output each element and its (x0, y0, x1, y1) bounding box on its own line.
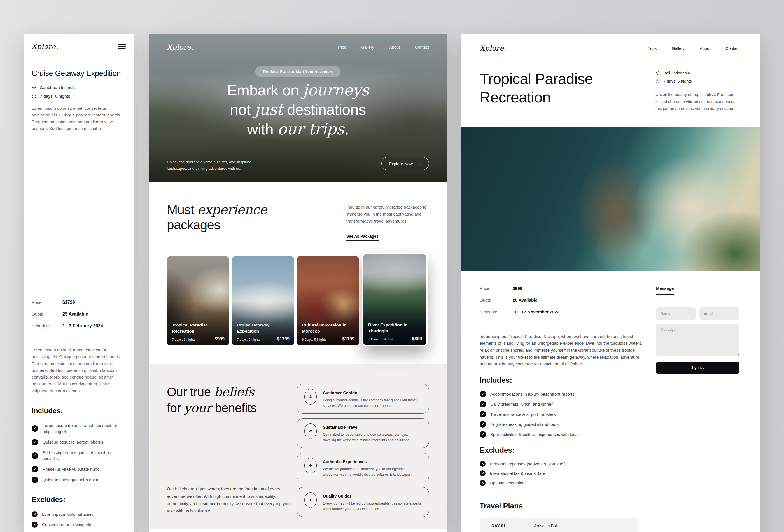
belief-card-customer-centric: Customer-Centric Being customer-centric … (297, 384, 429, 414)
hero-badge: The Best Place to Start Your Adventure (255, 66, 340, 77)
nav-trips[interactable]: Trips (337, 45, 346, 50)
mobile-header: Xplore. (24, 34, 134, 51)
message-input[interactable] (656, 324, 739, 356)
logo[interactable]: Xplore. (32, 43, 58, 51)
card-price: $1199 (342, 337, 355, 342)
belief-title: Quality Guides (323, 494, 421, 498)
schedule-label: Schedule (480, 309, 513, 314)
hamburger-menu-icon[interactable] (118, 44, 126, 49)
include-text: Lorem ipsum dolor sit amet, consectetur … (43, 422, 126, 435)
card-duration: 6 Days, 5 Nights (302, 338, 327, 342)
nav-about[interactable]: About (389, 45, 400, 50)
card-duration: 7 Days, 6 Nights (368, 337, 393, 341)
trip-location: Caribbean Islands (40, 85, 75, 90)
package-cards: Tropical Paradise Recreation 7 days, 6 n… (167, 256, 429, 346)
mobile-detail-panel: Xplore. Cruise Getaway Expedition Caribb… (24, 34, 134, 532)
bali-beach-photo (460, 128, 760, 271)
location-pin-icon (32, 85, 36, 90)
clock-icon (32, 94, 36, 99)
logo[interactable]: Xplore. (480, 44, 506, 52)
card-title: Cultural Immersion in Morocco (302, 322, 348, 334)
beliefs-cards: Customer-Centric Being customer-centric … (297, 384, 429, 517)
list-item: Lorem ipsum dolor sit amet (32, 511, 126, 517)
nav-about[interactable]: About (700, 46, 710, 51)
message-form: Message Sign Up (656, 286, 739, 489)
exclude-text: Lorem ipsum dolor sit amet (42, 511, 93, 517)
see-all-packages-link[interactable]: See All Packages (346, 234, 379, 241)
leaf-icon (304, 423, 317, 439)
packages-section: Must experience packages Indulge in our … (149, 182, 447, 346)
schedule-value: 1 - 7 February 2024 (62, 324, 103, 329)
trip-duration: 7 days, 6 nights (40, 94, 70, 99)
nav-contact[interactable]: Contact (726, 46, 739, 51)
nav-links: Trips Gallery About Contact (337, 45, 429, 50)
check-icon (32, 452, 38, 459)
trip-location: Bali, Indonesia (663, 71, 690, 75)
belief-card-sustainable: Sustainable Travel Committed to responsi… (297, 418, 429, 448)
nav-gallery[interactable]: Gallery (672, 46, 684, 51)
belief-title: Customer-Centric (323, 391, 421, 395)
excludes-list: Lorem ipsum dolor sit amet Consectetur a… (32, 511, 126, 532)
list-item: Quisque consequat nibh enim (32, 477, 126, 483)
include-text: Quisque consequat nibh enim (43, 477, 98, 483)
hero-caption: Unlock the doors to diverse cultures, aw… (167, 159, 259, 172)
list-item: Personal expenses (souvenirs, spa, etc.) (480, 461, 648, 467)
x-icon (32, 511, 37, 517)
trip-description: Introducing our Tropical Paradise Packag… (480, 333, 648, 368)
trip-intro: Lorem ipsum dolor sit amet, consectetur … (32, 105, 126, 132)
nav-gallery[interactable]: Gallery (361, 45, 374, 50)
x-icon (32, 522, 37, 528)
page-title: Tropical Paradise Recreation (480, 70, 642, 112)
package-card-cruise[interactable]: Cruise Getaway Expedition 7 days, 6 nigh… (232, 256, 294, 345)
location-pin-icon (655, 71, 660, 75)
belief-title: Sustainable Travel (323, 425, 421, 429)
exclude-text: International tax & visa airfare (490, 471, 545, 476)
includes-list: Accommodations in luxury beachfront reso… (480, 391, 648, 438)
day-label: DAY 01 (492, 524, 534, 528)
package-card-tropical[interactable]: Tropical Paradise Recreation 7 days, 6 n… (167, 256, 229, 345)
trip-duration: 7 days, 6 nights (663, 79, 692, 83)
schedule-label: Schedule (32, 324, 62, 329)
travel-plan-day-1[interactable]: DAY 01 Arrival in Bali (480, 518, 638, 532)
package-card-morocco[interactable]: Cultural Immersion in Morocco 6 Days, 5 … (297, 256, 359, 345)
check-icon (480, 391, 486, 397)
excludes-title: Excludes: (480, 446, 648, 455)
name-input[interactable] (656, 307, 696, 320)
price-label: Price (480, 286, 513, 291)
logo[interactable]: Xplore. (167, 43, 194, 51)
quota-label: Quota (32, 312, 62, 317)
nav-contact[interactable]: Contact (415, 45, 429, 50)
includes-title: Includes: (480, 376, 648, 385)
explore-now-button[interactable]: Explore Now (381, 157, 429, 170)
nav-links: Trips Gallery About Contact (648, 46, 739, 51)
hero-section: Xplore. Trips Gallery About Contact The … (149, 34, 447, 182)
beliefs-paragraph: Our beliefs aren't just words; they are … (167, 485, 290, 515)
excludes-list: Personal expenses (souvenirs, spa, etc.)… (480, 461, 648, 486)
nav-trips[interactable]: Trips (648, 46, 656, 51)
email-input[interactable] (699, 307, 739, 320)
beliefs-section: Our true beliefs for your benefits Our b… (149, 364, 447, 529)
card-duration: 7 days, 6 nights (237, 338, 260, 342)
day-name: Arrival in Bali (534, 524, 558, 528)
card-title: Cruise Getaway Expedition (237, 322, 283, 334)
beach-photo (24, 141, 134, 289)
travel-plans-section: Travel Plans DAY 01 Arrival in Bali DAY … (460, 489, 760, 532)
navbar: Xplore. Trips Gallery About Contact (460, 34, 760, 52)
include-text: Daily breakfast, lunch, and dinner (490, 402, 553, 407)
price-block: Price$1799 Quota25 Available Schedule1 -… (24, 289, 134, 329)
include-text: Travel insurance & airport transfers (490, 412, 556, 417)
include-text: Phasellus vitae vulputate nunc (43, 466, 100, 472)
check-icon (480, 411, 486, 418)
includes-list: Lorem ipsum dolor sit amet, consectetur … (32, 422, 126, 483)
list-item: Daily breakfast, lunch, and dinner (480, 401, 648, 408)
belief-title: Authentic Experiences (323, 459, 421, 464)
message-tab[interactable]: Message (656, 286, 674, 295)
quota-value: 20 Available (513, 298, 537, 303)
trip-intro: Unveil the beauty of tropical bliss. Fro… (655, 91, 739, 112)
sign-up-button[interactable]: Sign Up (656, 362, 739, 373)
include-text: Quisque posuere laoreet lobortis (43, 439, 103, 445)
belief-card-authentic: Authentic Experiences We deliver journey… (297, 453, 429, 482)
includes-title: Includes: (32, 407, 126, 415)
package-card-river[interactable]: River Expedition in Thuringia 7 Days, 6 … (362, 253, 428, 346)
belief-desc: Being customer-centric is the compass th… (323, 397, 421, 409)
